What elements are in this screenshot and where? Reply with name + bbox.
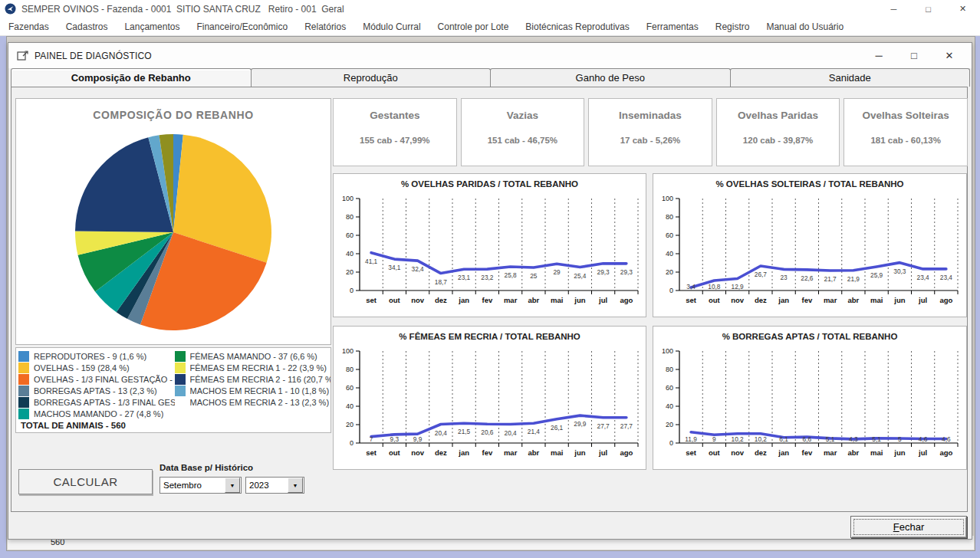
legend-item: FÊMEAS EM RECRIA 2 - 116 (20,7 %) <box>175 373 331 385</box>
svg-text:29: 29 <box>554 268 561 276</box>
svg-text:out: out <box>389 448 401 457</box>
dialog-maximize-button[interactable]: □ <box>896 43 932 68</box>
svg-text:9,3: 9,3 <box>390 435 400 443</box>
dialog-title: PAINEL DE DIAGNÓSTICO <box>35 51 152 61</box>
tab[interactable]: Reprodução <box>251 68 492 87</box>
menu-item[interactable]: Cadastros <box>58 21 117 32</box>
svg-text:mar: mar <box>504 448 518 457</box>
svg-text:abr: abr <box>528 296 539 304</box>
menu-item[interactable]: Fazendas <box>0 21 58 32</box>
legend-total: TOTAL DE ANIMAIS - 560 <box>16 419 331 430</box>
year-select[interactable]: 2023 ▼ <box>245 477 304 494</box>
svg-text:100: 100 <box>662 347 673 355</box>
chevron-down-icon: ▼ <box>230 483 235 488</box>
legend-swatch <box>175 363 186 373</box>
svg-text:mar: mar <box>824 448 837 457</box>
chevron-down-icon: ▼ <box>293 483 298 488</box>
fechar-button[interactable]: Fechar <box>850 516 967 538</box>
stat-card: Ovelhas Paridas 120 cab - 39,87% <box>716 98 840 166</box>
svg-text:60: 60 <box>666 384 673 392</box>
svg-text:12,9: 12,9 <box>732 283 745 290</box>
tab[interactable]: Sanidade <box>730 68 971 87</box>
stat-value: 181 cab - 60,13% <box>844 136 967 145</box>
svg-text:abr: abr <box>528 448 539 457</box>
svg-text:80: 80 <box>346 366 354 373</box>
svg-text:100: 100 <box>662 195 673 202</box>
svg-text:set: set <box>366 448 377 457</box>
svg-text:21,9: 21,9 <box>847 275 860 283</box>
menu-item[interactable]: Relatórios <box>296 21 354 32</box>
tab[interactable]: Ganho de Peso <box>490 68 731 87</box>
tabstrip: Composição de RebanhoReproduçãoGanho de … <box>8 68 972 87</box>
svg-text:nov: nov <box>731 296 745 304</box>
svg-text:26,1: 26,1 <box>551 424 564 432</box>
tab[interactable]: Composição de Rebanho <box>11 68 252 87</box>
line-chart: 02040608010011,9910,210,26,16,65,14,35,1… <box>654 345 962 468</box>
dialog-titlebar: PAINEL DE DIAGNÓSTICO ─ □ ✕ <box>8 43 972 68</box>
svg-text:0: 0 <box>669 439 673 447</box>
legend-swatch <box>18 351 29 362</box>
legend-swatch <box>18 386 29 396</box>
month-select[interactable]: Setembro ▼ <box>159 477 242 494</box>
legend-label: REPRODUTORES - 9 (1,6 %) <box>34 352 146 361</box>
menu-item[interactable]: Manual do Usuário <box>758 21 852 32</box>
menu-item[interactable]: Módulo Curral <box>354 21 429 32</box>
menu-item[interactable]: Financeiro/Econômico <box>188 21 296 32</box>
svg-text:0: 0 <box>669 287 673 294</box>
legend-item: BORREGAS APTAS - 1/3 FINAL GESTAÇÃ <box>18 396 175 408</box>
svg-text:22,6: 22,6 <box>801 274 814 282</box>
svg-text:9,9: 9,9 <box>413 435 423 443</box>
legend-item: MACHOS EM RECRIA 2 - 13 (2,3 %) <box>175 396 331 408</box>
svg-text:9: 9 <box>712 435 716 443</box>
svg-text:jan: jan <box>458 296 469 304</box>
line-chart-panel: % BORREGAS APTAS / TOTAL REBANHO 0204060… <box>653 326 967 470</box>
app-close-button[interactable]: ✕ <box>945 0 980 18</box>
svg-text:mar: mar <box>824 296 837 304</box>
menu-item[interactable]: Controle por Lote <box>429 21 518 32</box>
menu-item[interactable]: Registro <box>707 21 758 32</box>
line-chart-panel: % FÊMEAS EM RECRIA / TOTAL REBANHO 02040… <box>333 326 646 470</box>
svg-text:5,1: 5,1 <box>826 435 835 443</box>
stat-title: Ovelhas Paridas <box>717 110 840 121</box>
stat-value: 17 cab - 5,26% <box>589 136 712 145</box>
svg-text:jun: jun <box>574 448 585 457</box>
svg-text:30,3: 30,3 <box>893 268 906 275</box>
legend-item: FÊMEAS EM RECRIA 1 - 22 (3,9 %) <box>175 362 331 373</box>
svg-text:jul: jul <box>598 296 607 304</box>
svg-text:23,4: 23,4 <box>917 274 930 281</box>
svg-text:jul: jul <box>598 448 607 457</box>
svg-text:set: set <box>686 448 697 457</box>
pie-chart-panel: COMPOSIÇÃO DO REBANHO <box>15 98 331 345</box>
svg-text:25,4: 25,4 <box>574 272 587 280</box>
app-minimize-button[interactable]: ─ <box>876 0 911 18</box>
svg-text:10,2: 10,2 <box>755 435 768 443</box>
svg-text:ago: ago <box>939 448 952 457</box>
svg-text:40: 40 <box>666 402 673 410</box>
svg-text:80: 80 <box>346 213 354 221</box>
menu-item[interactable]: Lançamentos <box>116 21 188 32</box>
legend-item: MACHOS MAMANDO - 27 (4,8 %) <box>18 408 175 419</box>
svg-text:set: set <box>366 296 377 304</box>
svg-text:23,2: 23,2 <box>481 274 494 281</box>
svg-text:jun: jun <box>893 448 905 457</box>
svg-text:nov: nov <box>411 296 425 304</box>
app-maximize-button[interactable]: □ <box>911 0 945 18</box>
line-chart: 0204060801003,410,812,926,72322,621,721,… <box>654 192 962 315</box>
svg-text:100: 100 <box>342 347 354 355</box>
svg-text:25,9: 25,9 <box>870 271 883 279</box>
dialog-content: COMPOSIÇÃO DO REBANHO REPRODUTORES - 9 (… <box>8 87 972 539</box>
svg-text:jan: jan <box>778 448 789 457</box>
form-icon <box>17 51 28 61</box>
dialog-minimize-button[interactable]: ─ <box>861 43 896 68</box>
svg-text:10,2: 10,2 <box>732 435 745 443</box>
legend-column-right: FÊMEAS MAMANDO - 37 (6,6 %) FÊMEAS EM RE… <box>175 350 331 419</box>
menu-item[interactable]: Biotécnicas Reprodutivas <box>517 21 637 32</box>
menu-item[interactable]: Ferramentas <box>638 21 707 32</box>
svg-text:mai: mai <box>870 448 883 457</box>
calcular-button[interactable]: CALCULAR <box>18 469 153 494</box>
dialog-close-button[interactable]: ✕ <box>932 43 967 68</box>
legend-swatch <box>175 374 186 385</box>
svg-text:3,4: 3,4 <box>686 283 696 290</box>
svg-text:34,1: 34,1 <box>388 264 401 271</box>
legend-item: MACHOS EM RECRIA 1 - 10 (1,8 %) <box>175 385 331 396</box>
